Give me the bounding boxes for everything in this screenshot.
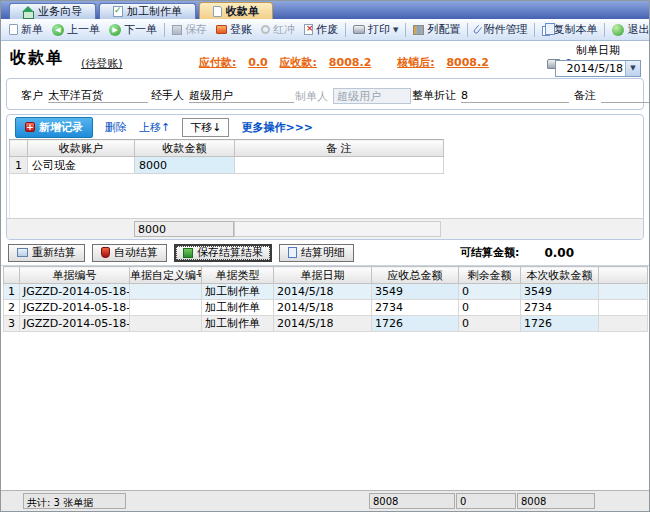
documents-area: 单据编号 单据自定义编号 单据类型 单据日期 应收总金额 剩余金额 本次收款金额…: [1, 265, 649, 490]
copy-icon: [542, 26, 550, 36]
custom-no-header[interactable]: 单据自定义编号: [130, 267, 202, 284]
table-row[interactable]: 3 JGZZD-2014-05-18-003 加工制作单 2014/5/18 1…: [4, 316, 648, 332]
previous-voucher-button[interactable]: 上一单: [48, 21, 104, 38]
tab-processing-order[interactable]: 加工制作单: [99, 3, 196, 19]
auto-settle-button[interactable]: 自动结算: [92, 244, 167, 262]
ledger-icon: [216, 25, 227, 34]
doc-no-header[interactable]: 单据编号: [20, 267, 130, 284]
chevron-down-icon[interactable]: ▼: [393, 26, 398, 34]
customer-input[interactable]: [48, 88, 148, 103]
amount-cell[interactable]: 8000: [135, 157, 235, 174]
status-badge: (待登账): [81, 56, 123, 71]
table-row[interactable]: 2 JGZZD-2014-05-18-002 加工制作单 2014/5/18 2…: [4, 300, 648, 316]
printer-icon: [353, 25, 365, 34]
doc-no-cell[interactable]: JGZZD-2014-05-18-001: [20, 284, 130, 300]
remark-header[interactable]: 备 注: [235, 140, 444, 157]
document-date-group: 制单日期 ▼: [555, 43, 641, 77]
tab-receipt-voucher[interactable]: 收款单: [199, 2, 273, 19]
current-receipt-summary: 8008: [517, 493, 595, 509]
table-row[interactable]: 1 公司现金 8000: [10, 157, 444, 174]
row-number-cell: 1: [10, 157, 28, 174]
remark-input[interactable]: [601, 88, 649, 103]
receipt-records-panel: 新增记录 删除 上移↑ 下移↓ 更多操作>>> 收款账户 收款金额 备 注 1 …: [6, 114, 644, 240]
custom-no-cell[interactable]: [130, 284, 202, 300]
tab-business-wizard[interactable]: 业务向导: [9, 3, 96, 19]
main-toolbar: 新单 上一单 下一单 保存 登账 红冲 作废 打印: [1, 19, 649, 41]
current-receipt-cell[interactable]: 3549: [521, 284, 599, 300]
empty-cell: [599, 316, 648, 332]
move-down-button[interactable]: 下移↓: [182, 118, 229, 137]
columns-icon: [413, 25, 424, 35]
custom-no-cell[interactable]: [130, 300, 202, 316]
doc-no-cell[interactable]: JGZZD-2014-05-18-002: [20, 300, 130, 316]
remaining-header[interactable]: 剩余金额: [459, 267, 521, 284]
summary-bar: 共计: 3 张单据 8008 0 8008: [1, 490, 649, 511]
resettle-button[interactable]: 重新结算: [8, 244, 85, 262]
amount-header[interactable]: 收款金额: [135, 140, 235, 157]
toolbar-separator: [604, 23, 605, 37]
date-input[interactable]: [556, 61, 625, 76]
doc-no-cell[interactable]: JGZZD-2014-05-18-003: [20, 316, 130, 332]
discount-input[interactable]: [461, 88, 569, 103]
remaining-cell[interactable]: 0: [459, 300, 521, 316]
void-button[interactable]: 作废: [300, 21, 342, 38]
empty-header: [599, 267, 648, 284]
arrow-left-icon: [52, 24, 64, 36]
remark-field-group: 备注: [574, 88, 649, 103]
save-settlement-button[interactable]: 保存结算结果: [174, 244, 272, 262]
receipt-accounts-table: 收款账户 收款金额 备 注 1 公司现金 8000: [9, 139, 444, 174]
doc-date-cell[interactable]: 2014/5/18: [274, 316, 372, 332]
table-row[interactable]: 1 JGZZD-2014-05-18-001 加工制作单 2014/5/18 3…: [4, 284, 648, 300]
account-header[interactable]: 收款账户: [28, 140, 135, 157]
tab-label: 业务向导: [38, 4, 82, 19]
doc-type-cell[interactable]: 加工制作单: [202, 316, 274, 332]
column-config-button[interactable]: 列配置: [409, 21, 464, 38]
remaining-cell[interactable]: 0: [459, 284, 521, 300]
date-dropdown-button[interactable]: ▼: [625, 61, 640, 76]
next-voucher-button[interactable]: 下一单: [105, 21, 161, 38]
total-receivable-cell[interactable]: 3549: [372, 284, 459, 300]
doc-date-cell[interactable]: 2014/5/18: [274, 300, 372, 316]
home-icon: [23, 7, 34, 17]
total-receivable-cell[interactable]: 2734: [372, 300, 459, 316]
new-voucher-button[interactable]: 新单: [5, 21, 47, 38]
delete-record-link[interactable]: 删除: [105, 120, 127, 135]
more-operations-link[interactable]: 更多操作>>>: [241, 120, 313, 135]
table-header-row: 收款账户 收款金额 备 注: [10, 140, 444, 157]
settlement-detail-button[interactable]: 结算明细: [279, 244, 354, 262]
remark-cell[interactable]: [235, 157, 444, 174]
doc-date-header[interactable]: 单据日期: [274, 267, 372, 284]
customer-label: 客户: [21, 88, 43, 103]
add-record-button[interactable]: 新增记录: [15, 117, 93, 138]
records-total-amount: 8000: [134, 221, 234, 237]
copy-voucher-button[interactable]: 复制本单: [538, 21, 601, 38]
remaining-cell[interactable]: 0: [459, 316, 521, 332]
print-button[interactable]: 打印 ▼: [349, 21, 402, 38]
payable-label: 应付款:: [199, 56, 236, 69]
documents-table: 单据编号 单据自定义编号 单据类型 单据日期 应收总金额 剩余金额 本次收款金额…: [3, 266, 648, 332]
move-up-link[interactable]: 上移↑: [139, 120, 170, 135]
exit-button[interactable]: 退出: [608, 21, 650, 38]
attachment-manager-button[interactable]: 附件管理: [471, 21, 531, 38]
doc-type-cell[interactable]: 加工制作单: [202, 300, 274, 316]
empty-cell: [599, 284, 648, 300]
row-number-cell: 2: [4, 300, 20, 316]
balance-summary: 应付款: 0.0 应收款: 8008.2 核销后: 8008.2: [199, 55, 489, 70]
total-receivable-cell[interactable]: 1726: [372, 316, 459, 332]
current-receipt-cell[interactable]: 1726: [521, 316, 599, 332]
current-receipt-header[interactable]: 本次收款金额: [521, 267, 599, 284]
settleable-amount-label: 可结算金额:: [460, 245, 519, 260]
empty-cell: [599, 300, 648, 316]
discount-field-group: 整单折让: [412, 88, 569, 103]
records-empty-area: [9, 174, 643, 218]
custom-no-cell[interactable]: [130, 316, 202, 332]
account-cell[interactable]: 公司现金: [28, 157, 135, 174]
handler-input[interactable]: [189, 88, 294, 103]
total-receivable-header[interactable]: 应收总金额: [372, 267, 459, 284]
doc-type-cell[interactable]: 加工制作单: [202, 284, 274, 300]
post-to-ledger-button[interactable]: 登账: [212, 21, 256, 38]
doc-type-header[interactable]: 单据类型: [202, 267, 274, 284]
creator-field-group: 制单人: [295, 88, 411, 104]
current-receipt-cell[interactable]: 2734: [521, 300, 599, 316]
doc-date-cell[interactable]: 2014/5/18: [274, 284, 372, 300]
